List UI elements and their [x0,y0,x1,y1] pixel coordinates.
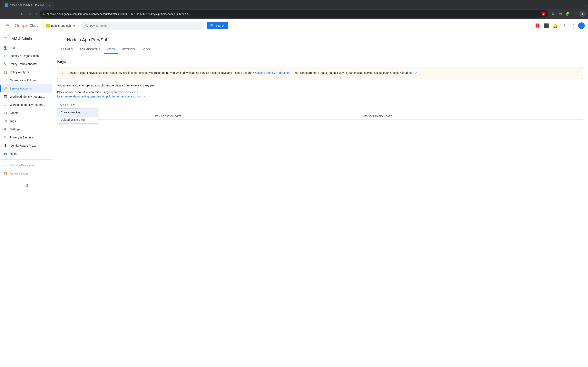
forward-nav-button[interactable]: → [11,11,17,17]
sidebar-item-privacy-security[interactable]: 🛡 Privacy & Security [0,133,52,142]
sidebar-item-policy-troubleshooter[interactable]: 🔧 Policy Troubleshooter [0,60,52,68]
sidebar-product-title: IAM & Admin [11,37,32,41]
tab-list-chevron[interactable]: ⌄ [584,3,586,7]
keys-section-title: Keys [57,59,583,64]
new-tab-button[interactable]: + [55,2,61,8]
sidebar-item-label-settings: Settings [10,128,20,131]
keys-content: Keys ⚠ Service account keys could pose a… [52,54,588,125]
service-accounts-icon: 🔑 [3,86,7,91]
app-body: 🛡 IAM & Admin 👤 IAM ⊙ Identity & Organiz… [0,32,588,367]
sidebar-product-header: 🛡 IAM & Admin [0,34,52,44]
sidebar-item-org-policies[interactable]: 📄 Organization Policies [0,76,52,84]
sidebar-item-label-org-policies: Organization Policies [10,79,37,82]
tab-keys[interactable]: KEYS [104,45,118,54]
add-key-dropdown-icon: ▾ [73,103,75,106]
search-button-label: Search [215,24,224,27]
gift-icon-button[interactable]: 🎁 [533,22,541,30]
manage-resources-icon: 🗂 [3,163,7,167]
sidebar-product-icon: 🛡 [3,36,8,41]
key-expiration-date-column-header: Key expiration date [360,113,583,120]
help-icon-button[interactable]: ? [560,22,568,30]
logo-cloud-text: Cloud [30,24,38,27]
sidebar-item-iam[interactable]: 👤 IAM [0,44,52,52]
notifications-icon-button[interactable]: 🔔 [551,22,559,30]
sidebar-item-release-notes[interactable]: 📋 Release Notes [0,169,52,178]
tab-bar: N Nodejs App Pub/Sub – IAM & A... ✕ + ⌄ [0,0,588,8]
sidebar-item-settings[interactable]: ⚙ Settings [0,125,52,133]
bookmark-button[interactable]: ☆ [35,12,38,16]
extensions-icon-button[interactable]: 🧩 [564,11,571,17]
release-notes-icon: 📋 [3,171,7,175]
settings-icon: ⚙ [3,127,7,131]
org-policies-link[interactable]: organization policies ↗ [109,91,139,94]
sidebar-item-identity-organization[interactable]: ⊙ Identity & Organization [0,52,52,60]
sidebar-item-label-iap: Identity-Aware Proxy [10,144,36,147]
sidebar-item-label-workload-identity: Workload Identity Federat... [10,95,45,98]
lock-icon: 🔒 [42,12,45,15]
google-cloud-logo[interactable]: Google Cloud [15,23,38,28]
sidebar-bottom-divider [0,179,52,179]
sidebar-item-label-policy-troubleshooter: Policy Troubleshooter [10,62,37,66]
sidebar-item-workload-identity[interactable]: 🔲 Workload Identity Federat... [0,92,52,101]
tablet-icon-button[interactable]: ▭ [557,11,563,17]
collapse-sidebar-button[interactable]: ◁ [0,181,52,189]
download-icon-button[interactable]: ⬇ [550,11,556,17]
terminal-icon-button[interactable]: ⬛ [542,22,550,30]
search-input[interactable] [90,24,200,27]
here-link[interactable]: here ↗ [408,71,417,75]
iam-icon: 👤 [3,46,7,50]
learn-more-link[interactable]: Learn more about setting organization po… [57,95,145,98]
sidebar: 🛡 IAM & Admin 👤 IAM ⊙ Identity & Organiz… [0,32,52,367]
sidebar-item-policy-analyzer[interactable]: 📋 Policy Analyzer [0,68,52,76]
search-bar-container[interactable]: 🔍 [81,22,204,30]
sidebar-item-workforce-identity[interactable]: ☰ Workforce Identity Federa... [0,101,52,109]
tab-metrics[interactable]: METRICS [118,45,138,54]
page-header: ← Nodejs App Pub/Sub [52,32,588,44]
sidebar-item-label-identity-org: Identity & Organization [10,54,39,58]
tab-details[interactable]: DETAILS [57,45,76,54]
toolbar-icons: ⬇ ▭ 🧩 ⋮ ● [550,11,586,17]
app-menu-button[interactable]: ⋮ [569,22,577,30]
browser-menu-button[interactable]: ⋮ [572,11,578,17]
sidebar-item-label-workforce-identity: Workforce Identity Federa... [10,103,45,106]
sidebar-item-service-accounts[interactable]: 🔑 Service Accounts [0,84,52,92]
tab-logs[interactable]: LOGS [138,45,153,54]
address-bar[interactable]: 🔒 console.cloud.google.com/iam-admin/ser… [40,10,548,17]
keys-table-header: Key ID Key creation date Key expiration … [57,113,583,120]
add-key-dropdown-container: ADD KEY ▾ Create new key Upload existing… [57,101,77,110]
sidebar-item-label-manage-resources: Manage Resources [10,164,35,167]
back-nav-button[interactable]: ← [2,11,9,17]
home-button[interactable]: ⌂ [27,11,34,17]
workload-identity-icon: 🔲 [3,95,7,99]
app-header: ☰ Google Cloud nodejs-pub-sub ▾ 🔍 🔍 Sear… [0,19,588,32]
browser-profile-avatar[interactable]: ● [579,11,586,17]
back-button[interactable]: ← [57,36,65,44]
sidebar-item-label-service-accounts: Service Accounts [10,87,32,90]
sidebar-item-manage-resources[interactable]: 🗂 Manage Resources [0,161,52,169]
create-new-key-option[interactable]: Create new key [57,109,98,116]
logo-text: Google [15,23,29,28]
project-selector[interactable]: nodejs-pub-sub ▾ [43,22,78,29]
sidebar-item-labels[interactable]: 🏷 Labels [0,109,52,117]
tabs-bar: DETAILS PERMISSIONS KEYS METRICS LOGS [52,45,588,54]
sidebar-item-label-labels: Labels [10,111,18,115]
sidebar-item-identity-aware-proxy[interactable]: 📱 Identity-Aware Proxy [0,142,52,150]
hamburger-menu-button[interactable]: ☰ [3,22,11,30]
user-avatar[interactable]: A [578,22,585,29]
sidebar-item-label-tags: Tags [10,119,16,123]
search-button[interactable]: 🔍 Search [207,22,228,29]
sidebar-item-tags[interactable]: 🏷 Tags [0,117,52,125]
keys-table: Key ID Key creation date Key expiration … [57,113,583,120]
sidebar-item-roles[interactable]: 👥 Roles [0,150,52,158]
upload-existing-key-option[interactable]: Upload existing key [57,116,98,123]
reload-button[interactable]: ↻ [19,11,25,17]
shield-badge[interactable]: 3 [541,12,545,16]
workload-identity-federation-link[interactable]: Workload Identity Federation ↗ [253,71,293,75]
tab-favicon: N [5,3,8,7]
browser-tab-active[interactable]: N Nodejs App Pub/Sub – IAM & A... ✕ [2,2,54,8]
tab-permissions[interactable]: PERMISSIONS [76,45,104,54]
add-key-button[interactable]: ADD KEY ▾ [57,101,77,108]
warning-text: Service account keys could pose a securi… [68,71,418,76]
close-tab-button[interactable]: ✕ [48,3,51,7]
policy-analyzer-icon: 📋 [3,70,7,74]
